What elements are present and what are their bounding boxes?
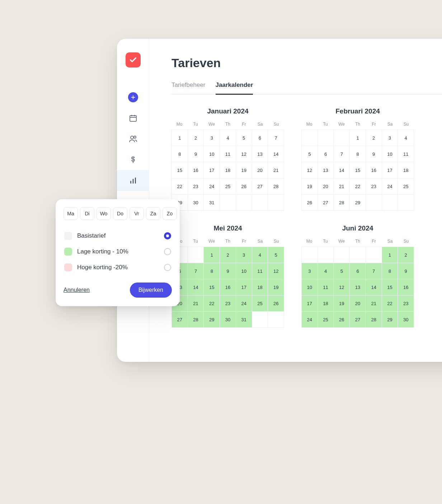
day-cell[interactable]: 29: [350, 195, 366, 210]
day-cell[interactable]: 13: [252, 146, 268, 162]
day-cell[interactable]: 3: [236, 247, 252, 263]
day-cell[interactable]: 5: [334, 263, 349, 279]
day-cell[interactable]: 10: [204, 146, 220, 162]
day-cell[interactable]: 25: [252, 295, 268, 311]
day-cell[interactable]: 28: [366, 312, 382, 327]
day-cell[interactable]: 14: [188, 279, 204, 295]
day-cell[interactable]: 22: [204, 295, 220, 311]
day-cell[interactable]: 12: [302, 162, 318, 178]
day-btn-za[interactable]: Za: [146, 207, 160, 220]
day-cell[interactable]: 17: [236, 279, 252, 295]
day-cell[interactable]: 3: [302, 263, 318, 279]
day-cell[interactable]: 31: [204, 195, 220, 210]
day-cell[interactable]: 24: [382, 178, 398, 194]
sidebar-users[interactable]: [117, 129, 149, 149]
day-cell[interactable]: 4: [318, 263, 334, 279]
day-cell[interactable]: 29: [204, 312, 220, 327]
day-cell[interactable]: 17: [382, 162, 398, 178]
day-cell[interactable]: 14: [334, 162, 349, 178]
day-cell[interactable]: 2: [398, 247, 414, 263]
day-cell[interactable]: 10: [302, 279, 318, 295]
day-cell[interactable]: 6: [318, 146, 334, 162]
day-cell[interactable]: 9: [398, 263, 414, 279]
day-cell[interactable]: 31: [236, 312, 252, 327]
day-cell[interactable]: 1: [172, 130, 188, 146]
day-cell[interactable]: 22: [350, 178, 366, 194]
day-cell[interactable]: 28: [188, 312, 204, 327]
day-cell[interactable]: 5: [302, 146, 318, 162]
day-cell[interactable]: 30: [220, 312, 236, 327]
day-cell[interactable]: 25: [318, 312, 334, 327]
radio-basistarief[interactable]: [164, 232, 171, 239]
day-cell[interactable]: 7: [366, 263, 382, 279]
day-btn-ma[interactable]: Ma: [64, 207, 78, 220]
radio-lage-korting[interactable]: [164, 248, 171, 255]
day-cell[interactable]: 9: [220, 263, 236, 279]
day-btn-do[interactable]: Do: [113, 207, 127, 220]
day-cell[interactable]: 19: [302, 178, 318, 194]
day-cell[interactable]: 24: [204, 178, 220, 194]
day-cell[interactable]: 18: [220, 162, 236, 178]
day-cell[interactable]: 10: [382, 146, 398, 162]
day-cell[interactable]: 19: [236, 162, 252, 178]
day-cell[interactable]: 2: [366, 130, 382, 146]
day-cell[interactable]: 27: [252, 178, 268, 194]
day-cell[interactable]: 12: [268, 263, 284, 279]
day-cell[interactable]: 11: [398, 146, 414, 162]
day-cell[interactable]: 23: [220, 295, 236, 311]
day-cell[interactable]: 21: [366, 295, 382, 311]
day-cell[interactable]: 21: [334, 178, 349, 194]
day-cell[interactable]: 20: [350, 295, 366, 311]
day-cell[interactable]: 14: [268, 146, 284, 162]
day-cell[interactable]: 4: [398, 130, 414, 146]
day-cell[interactable]: 26: [334, 312, 349, 327]
day-cell[interactable]: 10: [236, 263, 252, 279]
day-cell[interactable]: 15: [382, 279, 398, 295]
day-cell[interactable]: 20: [318, 178, 334, 194]
submit-button[interactable]: Bijwerken: [130, 283, 172, 298]
day-cell[interactable]: 20: [252, 162, 268, 178]
sidebar-analytics[interactable]: [117, 170, 149, 191]
day-cell[interactable]: 11: [220, 146, 236, 162]
day-cell[interactable]: 7: [334, 146, 349, 162]
day-cell[interactable]: 11: [318, 279, 334, 295]
day-cell[interactable]: 2: [220, 247, 236, 263]
day-cell[interactable]: 27: [172, 312, 188, 327]
radio-hoge-korting[interactable]: [164, 264, 171, 271]
app-logo[interactable]: [126, 52, 141, 67]
day-cell[interactable]: 11: [252, 263, 268, 279]
sidebar-add[interactable]: [117, 87, 149, 108]
day-cell[interactable]: 27: [350, 312, 366, 327]
day-cell[interactable]: 1: [350, 130, 366, 146]
day-cell[interactable]: 23: [366, 178, 382, 194]
day-cell[interactable]: 25: [398, 178, 414, 194]
day-cell[interactable]: 24: [302, 312, 318, 327]
day-cell[interactable]: 30: [398, 312, 414, 327]
day-cell[interactable]: 13: [350, 279, 366, 295]
day-cell[interactable]: 3: [204, 130, 220, 146]
day-cell[interactable]: 4: [252, 247, 268, 263]
day-cell[interactable]: 24: [236, 295, 252, 311]
day-cell[interactable]: 23: [398, 295, 414, 311]
day-btn-zo[interactable]: Zo: [163, 207, 177, 220]
day-cell[interactable]: 29: [382, 312, 398, 327]
day-cell[interactable]: 30: [188, 195, 204, 210]
day-cell[interactable]: 8: [204, 263, 220, 279]
day-cell[interactable]: 16: [188, 162, 204, 178]
day-btn-vr[interactable]: Vr: [130, 207, 144, 220]
day-cell[interactable]: 26: [302, 195, 318, 210]
day-cell[interactable]: 22: [172, 178, 188, 194]
day-cell[interactable]: 9: [366, 146, 382, 162]
day-cell[interactable]: 28: [268, 178, 284, 194]
day-cell[interactable]: 26: [268, 295, 284, 311]
tab-tariefbeheer[interactable]: Tariefbeheer: [171, 81, 206, 95]
day-cell[interactable]: 1: [382, 247, 398, 263]
tab-jaarkalender[interactable]: Jaarkalender: [216, 81, 253, 95]
day-cell[interactable]: 25: [220, 178, 236, 194]
day-cell[interactable]: 18: [252, 279, 268, 295]
day-cell[interactable]: 21: [188, 295, 204, 311]
day-cell[interactable]: 18: [318, 295, 334, 311]
day-cell[interactable]: 6: [350, 263, 366, 279]
day-cell[interactable]: 19: [268, 279, 284, 295]
day-cell[interactable]: 5: [236, 130, 252, 146]
